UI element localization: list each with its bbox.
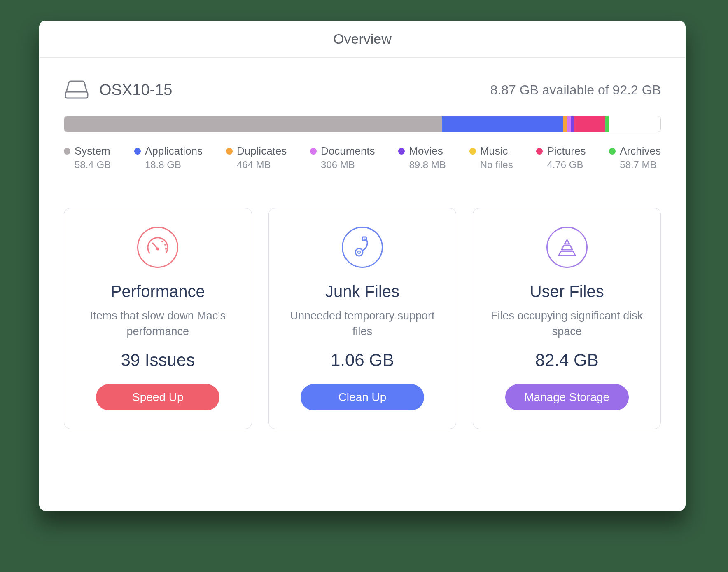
speed-up-button[interactable]: Speed Up <box>96 384 219 410</box>
svg-point-6 <box>355 248 363 256</box>
svg-rect-0 <box>65 92 88 98</box>
legend-label: Documents <box>321 145 375 157</box>
legend-item-applications[interactable]: Applications18.8 GB <box>134 145 203 171</box>
storage-segment-movies <box>571 116 574 132</box>
legend-dot-icon <box>134 148 141 155</box>
legend-size: 58.7 MB <box>620 159 661 171</box>
legend-item-music[interactable]: MusicNo files <box>469 145 513 171</box>
legend-size: 306 MB <box>321 159 375 171</box>
legend-dot-icon <box>226 148 233 155</box>
gauge-icon <box>135 225 180 270</box>
legend-label: Pictures <box>547 145 586 157</box>
legend-item-system[interactable]: System58.4 GB <box>64 145 111 171</box>
performance-desc: Items that slow down Mac's performance <box>77 308 239 340</box>
storage-bar <box>64 116 661 132</box>
page-title: Overview <box>333 31 392 47</box>
svg-point-7 <box>358 251 360 253</box>
content-area: OSX10-15 8.87 GB available of 92.2 GB Sy… <box>39 58 686 429</box>
legend-size: No files <box>480 159 513 171</box>
junk-metric: 1.06 GB <box>331 350 394 370</box>
junk-title: Junk Files <box>325 282 399 301</box>
clean-up-button[interactable]: Clean Up <box>301 384 424 410</box>
svg-point-2 <box>156 248 159 251</box>
performance-title: Performance <box>111 282 205 301</box>
manage-storage-button[interactable]: Manage Storage <box>505 384 629 410</box>
legend-dot-icon <box>398 148 405 155</box>
storage-segment-archives <box>605 116 609 132</box>
svg-point-4 <box>164 244 166 246</box>
legend-item-pictures[interactable]: Pictures4.76 GB <box>536 145 586 171</box>
legend-label: Music <box>480 145 508 157</box>
legend-dot-icon <box>469 148 476 155</box>
disk-availability: 8.87 GB available of 92.2 GB <box>490 82 661 98</box>
storage-segment-documents <box>567 116 571 132</box>
legend-label: System <box>75 145 110 157</box>
pyramid-icon <box>544 225 590 270</box>
disk-name: OSX10-15 <box>99 81 172 99</box>
storage-segment-applications <box>442 116 563 132</box>
performance-card: Performance Items that slow down Mac's p… <box>64 208 252 429</box>
storage-segment-system <box>64 116 442 132</box>
legend-size: 4.76 GB <box>547 159 586 171</box>
cards-row: Performance Items that slow down Mac's p… <box>64 208 661 429</box>
legend-item-documents[interactable]: Documents306 MB <box>310 145 375 171</box>
vacuum-icon <box>340 225 385 270</box>
user-files-metric: 82.4 GB <box>535 350 599 370</box>
legend-label: Applications <box>145 145 203 157</box>
legend-item-duplicates[interactable]: Duplicates464 MB <box>226 145 287 171</box>
legend-dot-icon <box>64 148 70 155</box>
disk-identity: OSX10-15 <box>64 80 172 99</box>
disk-icon <box>64 80 89 99</box>
disk-summary-row: OSX10-15 8.87 GB available of 92.2 GB <box>64 80 661 99</box>
legend-size: 89.8 MB <box>409 159 446 171</box>
junk-files-card: Junk Files Unneeded temporary support fi… <box>268 208 457 429</box>
legend-size: 58.4 GB <box>75 159 111 171</box>
storage-legend: System58.4 GBApplications18.8 GBDuplicat… <box>64 145 661 171</box>
legend-item-archives[interactable]: Archives58.7 MB <box>609 145 661 171</box>
legend-dot-icon <box>609 148 616 155</box>
legend-dot-icon <box>536 148 543 155</box>
user-files-desc: Files occupying significant disk space <box>485 308 648 340</box>
storage-segment-pictures <box>574 116 605 132</box>
legend-label: Archives <box>620 145 661 157</box>
legend-label: Duplicates <box>237 145 287 157</box>
svg-point-3 <box>161 241 163 242</box>
titlebar: Overview <box>39 21 686 58</box>
user-files-card: User Files Files occupying significant d… <box>473 208 661 429</box>
junk-desc: Unneeded temporary support files <box>281 308 444 340</box>
legend-label: Movies <box>409 145 443 157</box>
legend-size: 464 MB <box>237 159 287 171</box>
legend-size: 18.8 GB <box>145 159 203 171</box>
svg-point-5 <box>165 248 167 250</box>
performance-metric: 39 Issues <box>121 350 195 370</box>
storage-segment-duplicates <box>563 116 567 132</box>
legend-dot-icon <box>310 148 317 155</box>
app-window: Overview OSX10-15 8.87 GB available of 9… <box>39 21 686 511</box>
legend-item-movies[interactable]: Movies89.8 MB <box>398 145 446 171</box>
user-files-title: User Files <box>530 282 604 301</box>
